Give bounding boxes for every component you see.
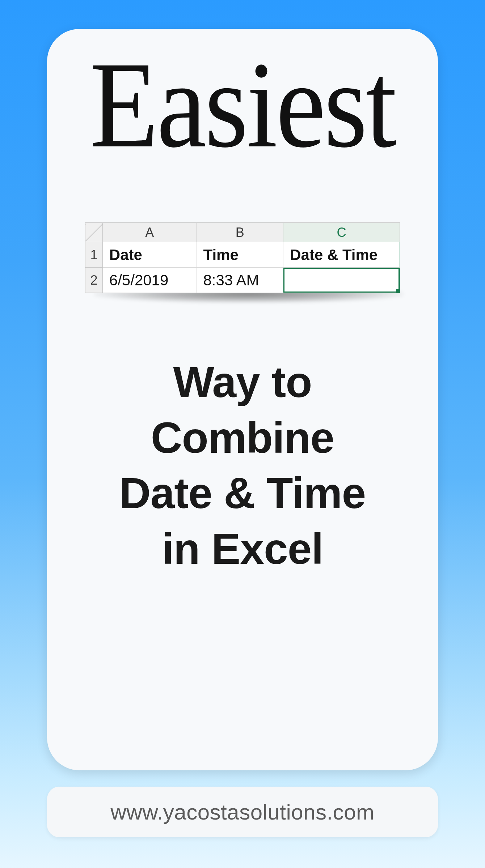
- excel-snippet: A B C 1 Date Time Date & Time 2 6/5/2019…: [85, 222, 400, 293]
- footer-pill: www.yacostasolutions.com: [47, 787, 438, 837]
- cell-a2[interactable]: 6/5/2019: [102, 268, 197, 293]
- select-all-corner[interactable]: [85, 223, 103, 242]
- column-header-row: A B C: [85, 223, 400, 242]
- row-header-2[interactable]: 2: [85, 268, 103, 293]
- cell-b1[interactable]: Time: [197, 242, 283, 268]
- cell-b2[interactable]: 8:33 AM: [197, 268, 283, 293]
- subheading: Way to Combine Date & Time in Excel: [119, 354, 366, 576]
- headline-script: Easiest: [47, 43, 438, 167]
- fill-handle[interactable]: [396, 289, 400, 293]
- cell-c2-selected[interactable]: [283, 268, 400, 293]
- col-header-c[interactable]: C: [283, 223, 400, 242]
- subhead-line: in Excel: [119, 521, 366, 577]
- subhead-line: Combine: [119, 410, 366, 466]
- excel-table: A B C 1 Date Time Date & Time 2 6/5/2019…: [85, 222, 400, 293]
- main-card: Easiest A B C 1 Date Time Date & Time: [47, 29, 438, 770]
- row-header-1[interactable]: 1: [85, 242, 103, 268]
- table-row: 1 Date Time Date & Time: [85, 242, 400, 268]
- subhead-line: Date & Time: [119, 465, 366, 521]
- col-header-b[interactable]: B: [197, 223, 283, 242]
- subhead-line: Way to: [119, 354, 366, 410]
- footer-url[interactable]: www.yacostasolutions.com: [111, 800, 375, 825]
- cell-a1[interactable]: Date: [102, 242, 197, 268]
- cell-c1[interactable]: Date & Time: [283, 242, 400, 268]
- table-row: 2 6/5/2019 8:33 AM: [85, 268, 400, 293]
- selection-outline: [283, 268, 400, 293]
- col-header-a[interactable]: A: [102, 223, 197, 242]
